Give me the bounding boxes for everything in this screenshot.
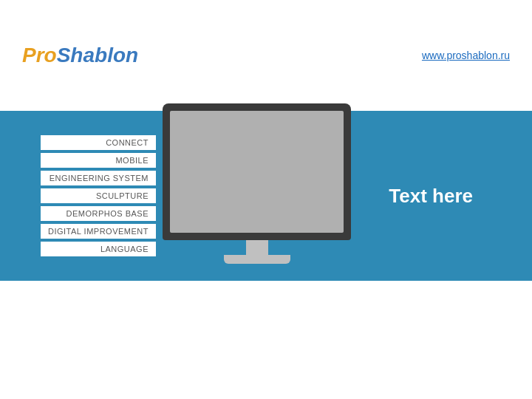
monitor-base	[224, 255, 290, 264]
monitor	[163, 103, 351, 288]
blue-section: CONNECT MOBILE ENGINEERING SYSTEM SCULPT…	[0, 111, 532, 281]
logo-pro: Pro	[22, 44, 57, 66]
main-text: Text here	[389, 185, 473, 208]
monitor-neck	[246, 240, 268, 255]
logo-text: ProShablon	[22, 44, 138, 67]
menu-container: CONNECT MOBILE ENGINEERING SYSTEM SCULPT…	[41, 111, 156, 281]
menu-item-connect[interactable]: CONNECT	[41, 135, 156, 150]
logo: ProShablon	[22, 44, 138, 67]
menu-item-sculpture[interactable]: SCULPTURE	[41, 188, 156, 203]
header: ProShablon www.proshablon.ru	[0, 0, 532, 111]
menu-item-language[interactable]: LANGUAGE	[41, 242, 156, 256]
menu-item-engineering[interactable]: ENGINEERING SYSTEM	[41, 171, 156, 185]
header-link[interactable]: www.proshablon.ru	[422, 50, 510, 61]
monitor-frame	[163, 103, 351, 240]
bottom-section	[0, 281, 532, 399]
menu-item-demorphos[interactable]: DEMORPHOS BASE	[41, 206, 156, 221]
menu-item-digital[interactable]: DIGITAL IMPROVEMENT	[41, 224, 156, 239]
logo-shablon: Shablon	[57, 44, 138, 66]
menu-item-mobile[interactable]: MOBILE	[41, 153, 156, 168]
monitor-screen	[170, 111, 344, 233]
